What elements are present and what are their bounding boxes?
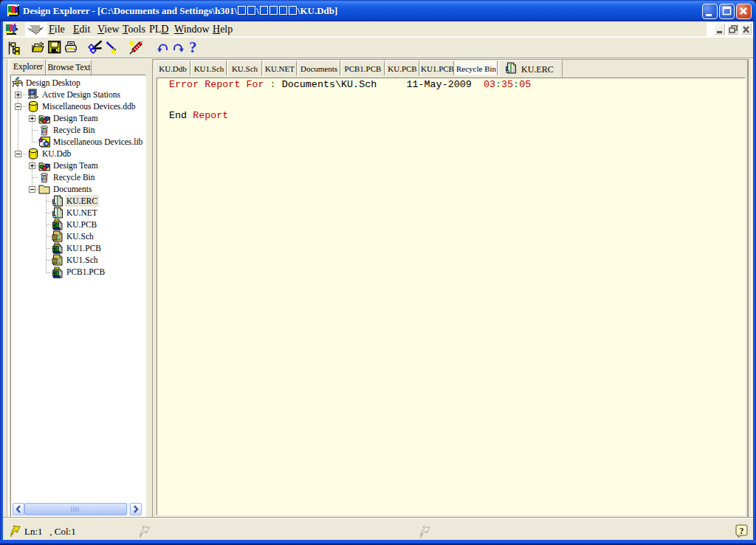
svg-text:?: ? xyxy=(740,526,744,536)
